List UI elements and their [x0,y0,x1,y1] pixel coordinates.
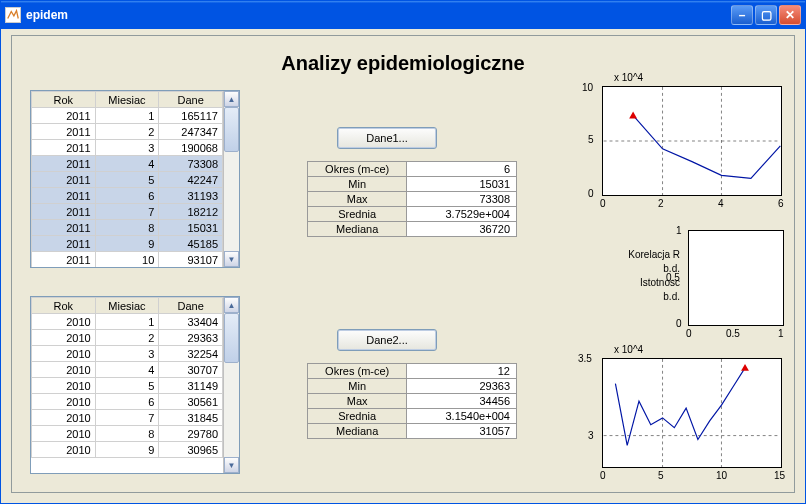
table-row[interactable]: 2010731845 [32,410,223,426]
stat-value: 29363 [407,379,517,394]
corr-r-label: Korelacja R [610,248,680,262]
minimize-button[interactable]: – [731,5,753,25]
table-row[interactable]: 2011945185 [32,236,223,252]
plot1-xtick: 6 [778,198,784,209]
stat-value: 12 [407,364,517,379]
table-row[interactable]: 2010332254 [32,346,223,362]
plot2-xtick: 1 [778,328,784,339]
dane2-button[interactable]: Dane2... [337,329,437,351]
plot1-xtick: 0 [600,198,606,209]
table-row[interactable]: 2010829780 [32,426,223,442]
table-row[interactable]: 20112247347 [32,124,223,140]
svg-marker-7 [741,364,749,371]
plot2-xtick: 0.5 [726,328,740,339]
table-row[interactable]: 2011473308 [32,156,223,172]
stat-value: 3.1540e+004 [407,409,517,424]
plot3-exponent: x 10^4 [614,344,643,355]
plot2-ytick: 0 [676,318,682,329]
plot2-xtick: 0 [686,328,692,339]
stat-value: 15031 [407,177,517,192]
stats-table-2: Okres (m-ce)12 Min29363 Max34456 Srednia… [307,363,517,439]
col-header: Rok [32,92,96,108]
app-window: epidem – ▢ ✕ Analizy epidemiologiczne Ro… [0,0,806,504]
data-table-2[interactable]: RokMiesiacDane20101334042010229363201033… [30,296,240,474]
plot3-xtick: 15 [774,470,785,481]
corr-sig-value: b.d. [610,290,680,304]
plot3-xtick: 5 [658,470,664,481]
maximize-button[interactable]: ▢ [755,5,777,25]
table-row[interactable]: 2010630561 [32,394,223,410]
table-row[interactable]: 2011815031 [32,220,223,236]
col-header: Rok [32,298,96,314]
scrollbar[interactable]: ▲ ▼ [223,297,239,473]
col-header: Dane [159,92,223,108]
plot2-ytick: 1 [676,225,682,236]
table-row[interactable]: 2010430707 [32,362,223,378]
col-header: Miesiac [95,298,159,314]
stat-label: Max [308,394,407,409]
stat-value: 36720 [407,222,517,237]
dane1-button[interactable]: Dane1... [337,127,437,149]
stat-value: 73308 [407,192,517,207]
plot1-exponent: x 10^4 [614,72,643,83]
svg-marker-3 [629,112,637,119]
table-row[interactable]: 2010133404 [32,314,223,330]
table-row[interactable]: 20113190068 [32,140,223,156]
stat-label: Srednia [308,207,407,222]
scroll-up-icon[interactable]: ▲ [224,91,239,107]
plot3-ytick: 3.5 [578,353,592,364]
plot1-ytick: 10 [582,82,593,93]
stat-value: 6 [407,162,517,177]
stat-label: Min [308,177,407,192]
plot1-xtick: 4 [718,198,724,209]
plot2-ytick: 0.5 [666,272,680,283]
scroll-down-icon[interactable]: ▼ [224,251,239,267]
stat-value: 34456 [407,394,517,409]
table-row[interactable]: 20111165117 [32,108,223,124]
table-row[interactable]: 2010930965 [32,442,223,458]
scroll-up-icon[interactable]: ▲ [224,297,239,313]
page-title: Analizy epidemiologiczne [12,52,794,75]
stat-label: Okres (m-ce) [308,162,407,177]
titlebar[interactable]: epidem – ▢ ✕ [1,1,805,29]
table-row[interactable]: 2010229363 [32,330,223,346]
stat-value: 3.7529e+004 [407,207,517,222]
scroll-down-icon[interactable]: ▼ [224,457,239,473]
data-table-1[interactable]: RokMiesiacDane20111165117201122473472011… [30,90,240,268]
stat-value: 31057 [407,424,517,439]
stat-label: Mediana [308,424,407,439]
matlab-icon [5,7,21,23]
table-row[interactable]: 20111093107 [32,252,223,268]
plot1-ytick: 5 [588,134,594,145]
close-button[interactable]: ✕ [779,5,801,25]
col-header: Dane [159,298,223,314]
plot-2 [688,230,784,326]
plot-3 [602,358,782,468]
table-row[interactable]: 2011718212 [32,204,223,220]
plot-1 [602,86,782,196]
stat-label: Min [308,379,407,394]
stat-label: Okres (m-ce) [308,364,407,379]
plot3-ytick: 3 [588,430,594,441]
table-row[interactable]: 2011542247 [32,172,223,188]
plot3-xtick: 10 [716,470,727,481]
scrollbar[interactable]: ▲ ▼ [223,91,239,267]
plot3-xtick: 0 [600,470,606,481]
plot1-xtick: 2 [658,198,664,209]
table-row[interactable]: 2010531149 [32,378,223,394]
window-title: epidem [26,8,731,22]
stat-label: Srednia [308,409,407,424]
col-header: Miesiac [95,92,159,108]
stat-label: Max [308,192,407,207]
stats-table-1: Okres (m-ce)6 Min15031 Max73308 Srednia3… [307,161,517,237]
table-row[interactable]: 2011631193 [32,188,223,204]
stat-label: Mediana [308,222,407,237]
plot1-ytick: 0 [588,188,594,199]
